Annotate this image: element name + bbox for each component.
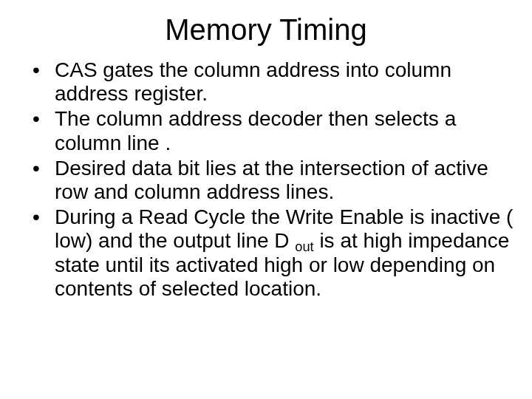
bullet-subscript: out	[295, 239, 313, 254]
slide: Memory Timing CAS gates the column addre…	[0, 0, 532, 399]
bullet-text: Desired data bit lies at the intersectio…	[55, 157, 488, 203]
bullet-text: The column address decoder then selects …	[55, 107, 456, 154]
bullet-list: CAS gates the column address into column…	[18, 58, 514, 301]
list-item: During a Read Cycle the Write Enable is …	[33, 205, 514, 301]
list-item: CAS gates the column address into column…	[33, 58, 514, 106]
bullet-text: CAS gates the column address into column…	[55, 58, 451, 105]
list-item: Desired data bit lies at the intersectio…	[33, 157, 514, 204]
slide-title: Memory Timing	[18, 13, 514, 47]
list-item: The column address decoder then selects …	[33, 107, 514, 154]
